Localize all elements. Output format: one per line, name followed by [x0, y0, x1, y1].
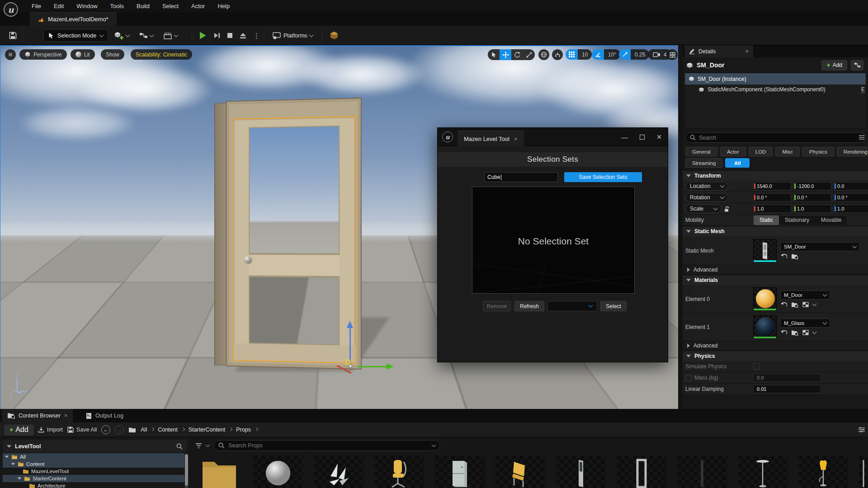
tab-close-icon[interactable]: ×	[64, 413, 67, 419]
add-actor-button[interactable]	[114, 26, 129, 45]
static-mesh-thumbnail[interactable]	[753, 239, 777, 263]
section-materials[interactable]: Materials	[683, 275, 868, 285]
cinematics-button[interactable]	[164, 26, 178, 45]
texture-checker-icon[interactable]	[802, 302, 809, 307]
settings-lines-icon[interactable]	[859, 135, 865, 140]
category-physics[interactable]: Physics	[802, 147, 834, 156]
scale-dropdown[interactable]: Scale	[685, 204, 722, 213]
material1-combo[interactable]: M_Glass	[780, 319, 830, 328]
menu-window[interactable]: Window	[76, 3, 97, 9]
asset-glass-shards[interactable]	[314, 455, 363, 488]
material-glass-thumbnail[interactable]	[753, 315, 777, 339]
static-mesh-advanced[interactable]: Advanced	[683, 265, 868, 275]
location-z-field[interactable]: 0.0	[834, 182, 868, 190]
component-row-instance[interactable]: SM_Door (Instance)	[685, 73, 866, 84]
selection-set-name-input[interactable]: Cube	[484, 172, 558, 182]
tab-output-log[interactable]: Output Log	[80, 409, 129, 422]
use-selected-asset-icon[interactable]	[780, 330, 787, 335]
mass-field[interactable]: 0.0	[753, 374, 821, 382]
selection-set-dropdown[interactable]	[547, 301, 597, 311]
mobility-static[interactable]: Static	[754, 216, 779, 225]
material-door-thumbnail[interactable]	[753, 287, 777, 311]
viewport-menu-button[interactable]: ≡	[5, 49, 16, 60]
chevron-down-icon[interactable]	[206, 443, 210, 447]
eject-button[interactable]	[240, 26, 246, 45]
use-selected-asset-icon[interactable]	[780, 302, 787, 307]
tree-item-startercontent[interactable]: StarterContent	[3, 475, 184, 482]
tab-level[interactable]: MazenLevelToolDemo*	[30, 12, 117, 26]
close-button[interactable]: ×	[651, 128, 668, 146]
section-static-mesh[interactable]: Static Mesh	[683, 226, 868, 236]
remove-button[interactable]: Remove	[483, 301, 511, 311]
location-x-field[interactable]: 1540.0	[753, 182, 791, 190]
asset-dark-frame[interactable]	[677, 455, 727, 488]
maximize-button[interactable]	[633, 128, 651, 146]
save-selection-sets-button[interactable]: Save Selection Sets	[564, 172, 642, 182]
tree-scrollbar[interactable]	[185, 454, 188, 488]
cb-add-button[interactable]: + Add	[5, 425, 33, 435]
location-dropdown[interactable]: Location	[685, 182, 728, 191]
menu-file[interactable]: File	[32, 3, 41, 9]
content-package-button[interactable]	[330, 26, 338, 45]
search-props-input[interactable]: Search Props	[213, 440, 440, 451]
play-button[interactable]	[199, 26, 207, 45]
surface-snapping-button[interactable]	[552, 49, 563, 60]
asset-bench[interactable]	[495, 455, 545, 488]
rotation-dropdown[interactable]: Rotation	[685, 193, 728, 202]
category-streaming[interactable]: Streaming	[685, 158, 722, 168]
menu-select[interactable]: Select	[162, 3, 179, 9]
mass-override-checkbox[interactable]	[685, 375, 692, 381]
tree-item-mazenleveltool[interactable]: MazenLevelTool	[3, 468, 184, 475]
edit-blueprint-link[interactable]: E	[861, 86, 865, 93]
browse-to-asset-icon[interactable]	[791, 253, 798, 259]
browse-to-asset-icon[interactable]	[791, 302, 798, 308]
lit-dropdown[interactable]: Lit	[71, 49, 95, 60]
section-physics[interactable]: Physics	[683, 351, 868, 361]
browse-to-asset-icon[interactable]	[791, 330, 798, 336]
category-lod[interactable]: LOD	[749, 147, 773, 156]
world-local-toggle[interactable]	[538, 49, 549, 60]
menu-build[interactable]: Build	[137, 3, 150, 9]
menu-help[interactable]: Help	[217, 3, 230, 9]
door-static-mesh[interactable]	[214, 98, 363, 371]
asset-pole-partial[interactable]	[859, 455, 868, 488]
chevron-down-icon[interactable]	[812, 330, 817, 334]
rotate-tool-button[interactable]	[511, 49, 523, 60]
category-misc[interactable]: Misc	[775, 147, 800, 156]
grid-snap-control[interactable]: 10	[566, 49, 592, 60]
asset-cabinet[interactable]	[435, 455, 485, 488]
cb-settings-button[interactable]	[858, 427, 865, 433]
scale-x-field[interactable]: 1.0	[753, 205, 791, 213]
scale-z-field[interactable]: 1.0	[834, 205, 868, 213]
breadcrumb-all[interactable]: All	[141, 427, 147, 433]
unlock-icon[interactable]	[724, 206, 730, 212]
category-actor[interactable]: Actor	[720, 147, 746, 156]
rotation-y-field[interactable]: 0.0 °	[793, 193, 831, 202]
scale-tool-button[interactable]	[523, 49, 535, 60]
tab-details[interactable]: Details ×	[684, 45, 753, 57]
texture-checker-icon[interactable]	[802, 330, 809, 335]
materials-advanced[interactable]: Advanced	[683, 341, 868, 351]
tool-window-tab[interactable]: Mazen Level Tool ×	[458, 131, 524, 146]
select-tool-button[interactable]	[488, 49, 500, 60]
minimize-button[interactable]: —	[616, 128, 633, 146]
chevron-down-icon[interactable]	[812, 302, 817, 306]
refresh-button[interactable]: Refresh	[514, 301, 544, 311]
scale-y-field[interactable]: 1.0	[793, 205, 831, 213]
use-selected-asset-icon[interactable]	[780, 253, 787, 259]
simulate-physics-checkbox[interactable]	[753, 363, 760, 370]
mobility-stationary[interactable]: Stationary	[779, 216, 815, 225]
rotation-snap-control[interactable]: 10°	[592, 49, 620, 60]
menu-actor[interactable]: Actor	[191, 3, 205, 9]
tree-item-content[interactable]: Content	[3, 460, 184, 468]
location-y-field[interactable]: -1200.0	[793, 182, 831, 190]
sources-header[interactable]: LevelTool	[3, 440, 186, 452]
save-all-button[interactable]: Save All	[67, 427, 97, 433]
linear-damping-field[interactable]: 0.01	[753, 385, 821, 393]
breadcrumb-startercontent[interactable]: StarterContent	[189, 427, 225, 433]
asset-door-frame[interactable]	[617, 455, 666, 488]
show-dropdown[interactable]: Show	[101, 49, 124, 60]
filter-icon[interactable]	[195, 443, 202, 449]
gizmo-z-axis[interactable]	[349, 327, 351, 364]
tab-close-icon[interactable]: ×	[745, 48, 749, 55]
